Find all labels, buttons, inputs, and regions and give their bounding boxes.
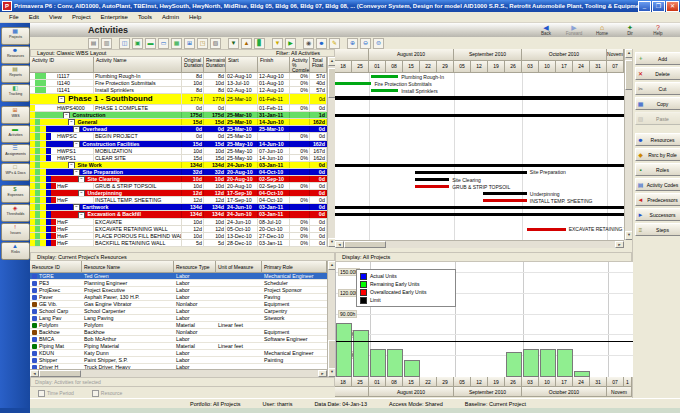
resource-row[interactable]: ProjExecProject ExecutiveLaborProject Sp… bbox=[30, 287, 327, 294]
gantt-bar-summary[interactable] bbox=[415, 171, 527, 174]
resource-row[interactable]: Piping MatPiping MaterialMaterialLinear … bbox=[30, 343, 327, 350]
column-header-finish[interactable]: Finish bbox=[258, 57, 290, 73]
scroll-right-arrow[interactable]: ► bbox=[318, 370, 327, 377]
gantt-bar-summary[interactable] bbox=[483, 192, 527, 195]
resources-hscrollbar[interactable]: ◄► bbox=[30, 369, 327, 377]
sidebar-item-assignments[interactable]: ☰Assignments bbox=[1, 144, 30, 162]
menu-admin[interactable]: Admin bbox=[157, 14, 184, 20]
wbs-band-row[interactable]: − General15d15d25-Mar-1014-Jun-10162d bbox=[30, 119, 327, 126]
back-button[interactable]: ◀Back bbox=[534, 24, 558, 36]
sidebar-item-tracking[interactable]: ◧Tracking bbox=[1, 84, 30, 102]
roles-button[interactable]: ▪Roles bbox=[635, 163, 680, 176]
wbs-band-row[interactable]: − Phase 1 - Southbound177d177d25-Mar-100… bbox=[30, 94, 327, 105]
sidebar-item-resources[interactable]: ☻Resources bbox=[1, 46, 30, 64]
wbs-band-row[interactable]: − Site Clearing10d10d20-Aug-1002-Sep-100… bbox=[30, 176, 327, 183]
gantt-bar-crit[interactable] bbox=[483, 199, 527, 202]
sidebar-item-issues[interactable]: !Issues bbox=[1, 223, 30, 241]
column-header-activity-id[interactable]: Activity ID bbox=[30, 57, 94, 73]
wbs-band-row[interactable]: − Site Work134d134d24-Jun-1003-Jan-110d bbox=[30, 162, 327, 169]
chart-icon[interactable]: ▊ bbox=[254, 38, 265, 49]
wbs-band-row[interactable]: − Site Preparation32d32d20-Aug-1004-Oct-… bbox=[30, 169, 327, 176]
filter-icon[interactable]: ▼ bbox=[272, 38, 283, 49]
successors-button[interactable]: ►Successors bbox=[635, 208, 680, 221]
close-button[interactable]: ✕ bbox=[666, 1, 679, 12]
wbs-band-row[interactable]: − Earthwork134d134d24-Jun-1003-Jan-110d bbox=[30, 204, 327, 211]
steps-button[interactable]: ≡Steps bbox=[635, 223, 680, 236]
resource-row[interactable]: ShipperPaint Shipper, S.P.LaborPainting bbox=[30, 357, 327, 364]
activity-row[interactable]: HWPSCBEGIN PROJECT0d0d25-Mar-100%0d bbox=[30, 133, 327, 140]
sidebar-item-wps-docs[interactable]: □WPs & Docs bbox=[1, 163, 30, 181]
collapse-icon[interactable]: − bbox=[58, 96, 65, 103]
activity-row[interactable]: HWPS1CLEAR SITE15d15d25-May-1014-Jun-100… bbox=[30, 155, 327, 162]
histogram-bar[interactable] bbox=[387, 349, 403, 377]
resource-usage-histogram[interactable]: 150.00h120.00h90.00h60.00h30.00hActual U… bbox=[335, 262, 633, 377]
histogram-bar[interactable] bbox=[523, 349, 539, 377]
activity-table-header[interactable]: Activity IDActivity NameOriginal Duratio… bbox=[30, 57, 327, 73]
home-button[interactable]: ⌂Home bbox=[590, 24, 614, 36]
network-icon[interactable]: ◳ bbox=[197, 38, 208, 49]
gantt-timescale-weeks[interactable]: 1825010815222905121926031017243107 bbox=[335, 61, 624, 73]
menu-project[interactable]: Project bbox=[67, 14, 96, 20]
activity-row[interactable]: I1141Install Sprinklers8d8d02-Aug-1012-A… bbox=[30, 87, 327, 94]
table-icon[interactable]: ▦ bbox=[171, 38, 182, 49]
wbs-band-row[interactable]: − Construction Facilities15d15d25-May-10… bbox=[30, 141, 327, 148]
gantt-timescale-months[interactable]: August 2010September 2010October 2010Nov… bbox=[335, 49, 624, 61]
time-period-checkbox[interactable]: Time Period bbox=[38, 390, 74, 397]
collapse-icon[interactable]: − bbox=[78, 176, 85, 182]
collapse-icon[interactable]: − bbox=[73, 204, 80, 210]
column-header-total-float[interactable]: Total Float bbox=[310, 57, 327, 73]
gantt-bar-summary[interactable] bbox=[415, 178, 449, 181]
wbs-band-row[interactable]: − Construction175d175d25-Mar-1031-Jan-11… bbox=[30, 112, 327, 119]
menu-view[interactable]: View bbox=[44, 14, 67, 20]
activity-row[interactable]: HwFBACKFILL RETAINING WALL5d5d28-Dec-100… bbox=[30, 240, 327, 247]
resources-table-header[interactable]: Resource IDResource NameResource TypeUni… bbox=[30, 261, 327, 273]
sidebar-item-expenses[interactable]: $Expenses bbox=[1, 185, 30, 203]
collapse-icon[interactable]: − bbox=[73, 141, 80, 147]
sidebar-item-thresholds[interactable]: ◈Thresholds bbox=[1, 204, 30, 222]
maximize-button[interactable]: ❐ bbox=[652, 1, 665, 12]
column-header-resource-type[interactable]: Resource Type bbox=[174, 261, 216, 273]
add-button[interactable]: ＋Add bbox=[635, 52, 680, 65]
find-icon[interactable]: ◉ bbox=[303, 38, 314, 49]
resource-checkbox[interactable]: Resource bbox=[92, 390, 122, 397]
layout-options-bar[interactable]: Layout: Classic WBS Layout Filter: All A… bbox=[30, 49, 335, 57]
layout-icon[interactable]: ▣ bbox=[132, 38, 143, 49]
sidebar-item-reports[interactable]: ▤Reports bbox=[1, 65, 30, 83]
zoom-out-icon[interactable]: ⊖ bbox=[360, 38, 371, 49]
collapse-icon[interactable]: − bbox=[68, 119, 75, 125]
histogram-display-bar[interactable]: Display: All Projects bbox=[335, 252, 632, 262]
gantt-bar-summary[interactable] bbox=[335, 213, 624, 216]
sidebar-item-projects[interactable]: ▦Projects bbox=[1, 27, 30, 45]
collapse-icon[interactable]: − bbox=[78, 212, 85, 218]
help-button[interactable]: ?Help bbox=[646, 24, 670, 36]
column-header-activity-name[interactable]: Activity Name bbox=[94, 57, 182, 73]
histogram-bar[interactable] bbox=[540, 349, 556, 377]
cut-button[interactable]: ✂Cut bbox=[635, 82, 680, 95]
dir-button[interactable]: ✦Dir bbox=[618, 24, 642, 36]
histogram-bar[interactable] bbox=[336, 323, 352, 377]
delete-button[interactable]: ✕Delete bbox=[635, 67, 680, 80]
menu-file[interactable]: File bbox=[4, 14, 24, 20]
activity-row[interactable]: I1117Plumbing Rough-In8d8d02-Aug-1012-Au… bbox=[30, 73, 327, 80]
resource-row[interactable]: PaverAsphalt Paver, 130 H.P.LaborPaving bbox=[30, 294, 327, 301]
menu-edit[interactable]: Edit bbox=[24, 14, 44, 20]
bars-icon[interactable]: ▬ bbox=[145, 38, 156, 49]
resource-row[interactable]: BMCABob McArthurLaborSoftware Engineer bbox=[30, 336, 327, 343]
scroll-right-arrow[interactable]: ► bbox=[615, 241, 624, 248]
column-header-resource-name[interactable]: Resource Name bbox=[82, 261, 174, 273]
group-icon[interactable]: ▼ bbox=[228, 38, 239, 49]
menu-tools[interactable]: Tools bbox=[133, 14, 157, 20]
columns-icon[interactable]: ◫ bbox=[119, 38, 130, 49]
gantt-bar-crit[interactable] bbox=[527, 228, 566, 231]
activity-row[interactable]: HwFGRUB & STRIP TOPSOIL10d10d20-Aug-1002… bbox=[30, 183, 327, 190]
sidebar-item-risks[interactable]: ▲Risks bbox=[1, 242, 30, 260]
scroll-track[interactable] bbox=[81, 370, 318, 377]
resource-row[interactable]: BackhoeBackhoeNonlaborEquipment bbox=[30, 329, 327, 336]
details-icon[interactable]: ▧ bbox=[210, 38, 221, 49]
resource-row[interactable]: Lang PavLang PavingLaborSitework bbox=[30, 315, 327, 322]
collapse-icon[interactable]: − bbox=[73, 126, 80, 132]
column-header-resource-id[interactable]: Resource ID bbox=[30, 261, 82, 273]
column-header-original-duration[interactable]: Original Duration bbox=[182, 57, 204, 73]
wbs-icon[interactable]: ⊞ bbox=[184, 38, 195, 49]
print-preview-icon[interactable]: ▥ bbox=[101, 38, 112, 49]
